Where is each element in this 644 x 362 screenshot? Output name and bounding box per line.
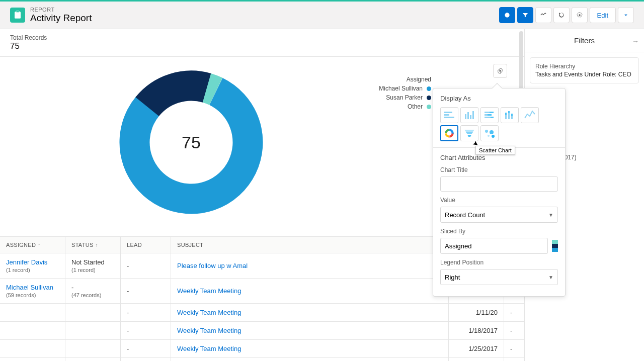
- svg-rect-13: [470, 115, 471, 119]
- cell-extra: -: [504, 322, 524, 339]
- chart-title-label: Chart Title: [440, 166, 558, 173]
- main-scrollbar-thumb[interactable]: [519, 31, 523, 92]
- cell-lead: -: [121, 322, 171, 339]
- cell-lead: -: [121, 304, 171, 321]
- svg-point-32: [490, 130, 494, 134]
- svg-rect-0: [15, 12, 21, 19]
- svg-point-34: [492, 135, 495, 138]
- value-select[interactable]: Record Count▼: [440, 207, 558, 223]
- table-row: -Weekly Team Meeting1/18/2017-: [0, 322, 524, 340]
- value-label: Value: [440, 197, 558, 204]
- cell-subject[interactable]: Weekly Team Meeting: [171, 304, 449, 321]
- chart-type-funnel[interactable]: [460, 125, 478, 141]
- svg-rect-20: [491, 117, 494, 118]
- chart-legend: Assigned Michael Sullivan Susan Parker O…: [379, 76, 431, 112]
- svg-rect-9: [444, 114, 449, 116]
- chart-type-stacked-vertical[interactable]: [501, 107, 519, 123]
- filter-button[interactable]: [517, 7, 533, 23]
- chart-type-bar-horizontal[interactable]: [440, 107, 458, 123]
- column-status[interactable]: STATUS↑: [65, 237, 121, 253]
- cell-assigned: [0, 304, 65, 321]
- cell-lead: -: [121, 279, 171, 303]
- cell-extra: -: [504, 358, 524, 361]
- more-actions-button[interactable]: [618, 7, 634, 23]
- filters-header[interactable]: Filters →: [525, 29, 644, 52]
- cell-date: 1/30/2017: [449, 358, 504, 361]
- svg-rect-11: [465, 114, 466, 119]
- cell-subject[interactable]: Closing conference regarding contract re…: [171, 358, 449, 361]
- svg-rect-23: [508, 113, 510, 119]
- svg-point-33: [488, 135, 490, 137]
- svg-rect-15: [485, 112, 490, 113]
- cell-date: 1/11/20: [449, 304, 504, 321]
- column-subject[interactable]: SUBJECT: [171, 237, 449, 253]
- chart-title-input[interactable]: [440, 176, 558, 192]
- cell-lead: -: [121, 340, 171, 357]
- chart-type-line[interactable]: [521, 107, 539, 123]
- column-lead[interactable]: LEAD: [121, 237, 171, 253]
- cell-status: -(47 records): [65, 279, 121, 303]
- sliced-by-preview-icon: [552, 240, 558, 252]
- cell-assigned[interactable]: Jennifer Davis(1 record): [0, 253, 65, 278]
- chart-settings-button[interactable]: [493, 64, 507, 78]
- svg-rect-21: [505, 115, 507, 119]
- svg-rect-14: [472, 111, 474, 119]
- chart-type-bar-vertical[interactable]: [460, 107, 478, 123]
- svg-rect-17: [485, 114, 488, 116]
- legend-item: Michael Sullivan: [379, 85, 431, 92]
- sliced-by-select[interactable]: Assigned: [440, 238, 548, 254]
- chart-toggle-button[interactable]: [499, 7, 515, 23]
- svg-point-4: [499, 70, 501, 72]
- cell-status: [65, 304, 121, 321]
- cell-date: 1/18/2017: [449, 322, 504, 339]
- legend-position-select[interactable]: Right▼: [440, 269, 558, 285]
- chevron-down-icon: ▼: [548, 212, 553, 218]
- table-row: -Closing conference regarding contract r…: [0, 358, 524, 361]
- cell-subject[interactable]: Weekly Team Meeting: [171, 322, 449, 339]
- chart-type-scatter[interactable]: [480, 125, 499, 141]
- table-row: -Weekly Team Meeting1/11/20-: [0, 304, 524, 322]
- chevron-down-icon: ▼: [548, 275, 553, 280]
- svg-rect-22: [505, 113, 507, 115]
- page-header: REPORT Activity Report Edit: [0, 2, 644, 29]
- cell-assigned[interactable]: Michael Sullivan(59 records): [0, 279, 65, 303]
- total-records-value: 75: [10, 41, 514, 51]
- legend-position-label: Legend Position: [440, 259, 558, 266]
- svg-rect-26: [511, 114, 513, 116]
- cell-status: Not Started(1 record): [65, 253, 121, 278]
- expand-icon: →: [632, 37, 639, 45]
- chart-attributes-label: Chart Attributes: [440, 154, 558, 161]
- svg-point-31: [485, 130, 488, 133]
- svg-point-3: [579, 14, 581, 16]
- chart-type-stacked-horizontal[interactable]: [480, 107, 499, 123]
- column-assigned[interactable]: ASSIGNED↑: [0, 237, 65, 253]
- cell-assigned: [0, 358, 65, 361]
- cell-status: [65, 340, 121, 357]
- cell-subject[interactable]: Please follow up w Amal: [171, 253, 449, 278]
- chart-type-donut[interactable]: [440, 125, 458, 141]
- cell-date: 1/25/2017: [449, 340, 504, 357]
- cell-subject[interactable]: Weekly Team Meeting: [171, 340, 449, 357]
- chart-settings-panel: Display As Chart Attributes Chart Title …: [433, 88, 566, 297]
- page-title: Activity Report: [30, 13, 499, 24]
- report-icon: [10, 8, 25, 23]
- refresh-button[interactable]: [553, 7, 570, 23]
- settings-button[interactable]: [572, 7, 588, 23]
- edit-button[interactable]: Edit: [590, 7, 616, 23]
- legend-item: Other: [379, 103, 431, 110]
- filter-role-hierarchy[interactable]: Role Hierarchy Tasks and Events Under Ro…: [530, 57, 639, 83]
- total-records-label: Total Records: [10, 34, 514, 41]
- table-row: -Weekly Team Meeting1/25/2017-: [0, 340, 524, 358]
- cell-assigned: [0, 340, 65, 357]
- legend-item: Susan Parker: [379, 94, 431, 101]
- cell-subject[interactable]: Weekly Team Meeting: [171, 279, 449, 303]
- legend-title: Assigned: [379, 76, 431, 83]
- svg-rect-16: [490, 112, 494, 113]
- cell-lead: -: [121, 358, 171, 361]
- metrics-button[interactable]: [535, 7, 551, 23]
- cell-status: [65, 322, 121, 339]
- svg-rect-18: [488, 114, 492, 116]
- breadcrumb: REPORT: [30, 7, 499, 13]
- cell-status: [65, 358, 121, 361]
- svg-rect-1: [16, 11, 19, 13]
